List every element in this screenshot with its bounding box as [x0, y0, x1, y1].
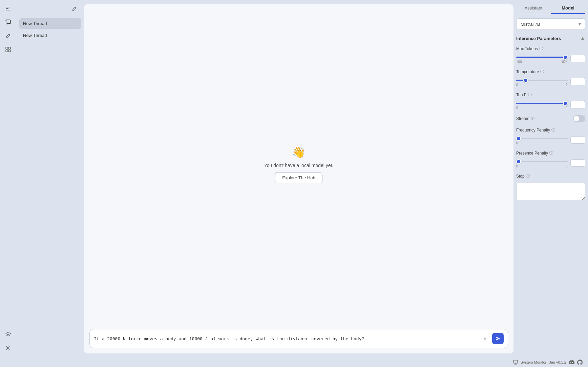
presence-penalty-info-icon[interactable]: ⓘ [549, 150, 553, 156]
stop-group: Stop ⓘ [516, 174, 585, 202]
presence-penalty-max: 1 [566, 164, 568, 168]
max-tokens-slider[interactable] [516, 57, 568, 58]
presence-penalty-slider[interactable] [516, 161, 568, 162]
top-p-slider[interactable] [516, 103, 568, 104]
max-tokens-value[interactable]: 2048 [570, 55, 585, 62]
chat-input[interactable] [94, 336, 478, 341]
temperature-info-icon[interactable]: ⓘ [540, 69, 544, 74]
svg-rect-4 [8, 47, 10, 49]
stream-label: Stream [516, 116, 529, 121]
frequency-penalty-group: Frequency Penalty ⓘ 0 1 0 [516, 127, 585, 145]
right-panel: Assistant Model Mistral 7B ▾ Inference P… [513, 0, 588, 358]
tab-row: Assistant Model [516, 3, 585, 14]
stream-label-row: Stream ⓘ [516, 116, 534, 121]
temperature-slider-container: 0 2 [516, 76, 568, 87]
collapse-params-icon[interactable]: ▲ [580, 35, 585, 41]
stop-textarea[interactable] [516, 183, 585, 200]
svg-rect-0 [6, 7, 10, 7]
chat-settings-btn[interactable] [481, 334, 489, 343]
frequency-penalty-slider-container: 0 1 [516, 135, 568, 145]
model-selector-value: Mistral 7B [521, 22, 540, 27]
frequency-penalty-max: 1 [566, 141, 568, 145]
chevron-down-icon: ▾ [579, 21, 581, 27]
chat-nav-btn[interactable] [3, 17, 14, 28]
presence-penalty-min: 0 [516, 164, 518, 168]
stream-toggle[interactable] [573, 115, 585, 122]
presence-penalty-label-row: Presence Penalty ⓘ [516, 150, 585, 156]
stop-info-icon[interactable]: ⓘ [526, 174, 530, 179]
max-tokens-min: 100 [516, 60, 522, 64]
svg-rect-1 [6, 8, 8, 9]
temperature-min: 0 [516, 83, 518, 87]
max-tokens-max: 1024 [560, 60, 568, 64]
svg-rect-3 [6, 47, 8, 49]
collapse-sidebar-btn[interactable] [3, 3, 14, 14]
top-p-slider-container: 0 1 [516, 99, 568, 110]
temperature-value[interactable]: 0,3 [570, 78, 585, 85]
temperature-group: Temperature ⓘ 0 2 0,3 [516, 69, 585, 87]
top-p-label-row: Top P ⓘ [516, 92, 585, 97]
temperature-label-row: Temperature ⓘ [516, 69, 585, 74]
empty-emoji: 👋 [292, 146, 306, 159]
main-content: 👋 You don't have a local model yet. Expl… [84, 4, 513, 353]
sidebar-item-0[interactable]: New Thread [19, 18, 81, 29]
params-header: Inference Parameters ▲ [516, 35, 585, 41]
top-p-info-icon[interactable]: ⓘ [528, 92, 532, 97]
max-tokens-slider-container: 100 1024 [516, 53, 568, 64]
tab-model[interactable]: Model [551, 3, 585, 14]
temperature-slider-row: 0 2 0,3 [516, 76, 585, 87]
layers-nav-btn[interactable] [3, 329, 14, 340]
frequency-penalty-info-icon[interactable]: ⓘ [551, 127, 555, 132]
tab-assistant[interactable]: Assistant [516, 3, 551, 14]
chat-input-wrapper [89, 329, 508, 348]
top-p-value[interactable]: 1 [570, 101, 585, 108]
frequency-penalty-label-row: Frequency Penalty ⓘ [516, 127, 585, 132]
svg-point-8 [484, 338, 486, 339]
empty-state-text: You don't have a local model yet. [264, 163, 334, 168]
send-btn[interactable] [492, 333, 504, 344]
stream-info-icon[interactable]: ⓘ [531, 116, 534, 121]
temperature-label: Temperature [516, 69, 539, 74]
frequency-penalty-slider[interactable] [516, 138, 568, 139]
max-tokens-label-row: Max Tokens ⓘ [516, 46, 585, 51]
status-bar: System Monitor Jan v0.5.2 [0, 358, 588, 367]
temperature-slider[interactable] [516, 80, 568, 81]
svg-point-7 [7, 347, 9, 349]
max-tokens-info-icon[interactable]: ⓘ [539, 46, 543, 51]
github-icon[interactable] [577, 360, 583, 365]
stop-label-row: Stop ⓘ [516, 174, 585, 179]
new-thread-btn[interactable] [69, 3, 80, 14]
monitor-icon [513, 360, 518, 365]
top-p-group: Top P ⓘ 0 1 1 [516, 92, 585, 110]
temperature-max: 2 [566, 83, 568, 87]
svg-rect-6 [8, 50, 10, 52]
discord-icon[interactable] [569, 360, 574, 365]
new-thread-icon-btn[interactable] [3, 30, 14, 41]
frequency-penalty-min: 0 [516, 141, 518, 145]
frequency-penalty-label: Frequency Penalty [516, 128, 550, 132]
input-area [84, 325, 513, 353]
stop-label: Stop [516, 174, 525, 179]
frequency-penalty-value[interactable]: 0 [570, 136, 585, 144]
svg-rect-2 [6, 10, 10, 11]
top-p-slider-row: 0 1 1 [516, 99, 585, 110]
model-selector[interactable]: Mistral 7B ▾ [516, 18, 585, 30]
max-tokens-group: Max Tokens ⓘ 100 1024 2048 [516, 46, 585, 64]
chat-area: 👋 You don't have a local model yet. Expl… [84, 4, 513, 325]
inference-params: Inference Parameters ▲ Max Tokens ⓘ 100 … [513, 35, 588, 207]
presence-penalty-slider-row: 0 1 0 [516, 158, 585, 168]
toggle-knob [574, 116, 579, 121]
grid-nav-btn[interactable] [3, 44, 14, 55]
explore-hub-btn[interactable]: Explore The Hub [275, 172, 322, 183]
settings-nav-btn[interactable] [3, 343, 14, 353]
empty-state: 👋 You don't have a local model yet. Expl… [264, 146, 334, 183]
sidebar-item-1[interactable]: New Thread [19, 30, 81, 41]
presence-penalty-value[interactable]: 0 [570, 159, 585, 167]
svg-rect-5 [6, 50, 8, 52]
frequency-penalty-slider-row: 0 1 0 [516, 135, 585, 145]
presence-penalty-group: Presence Penalty ⓘ 0 1 0 [516, 150, 585, 168]
max-tokens-label: Max Tokens [516, 46, 538, 51]
top-p-max: 1 [566, 106, 568, 110]
svg-rect-9 [513, 360, 518, 363]
presence-penalty-slider-container: 0 1 [516, 158, 568, 168]
